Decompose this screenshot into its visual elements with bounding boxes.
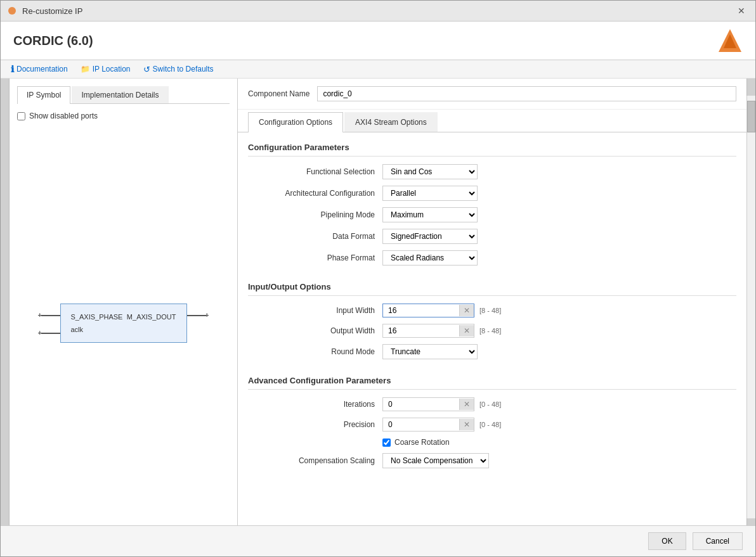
- config-params-title: Configuration Parameters: [248, 143, 736, 157]
- right-panel: Component Name Configuration Options AXI…: [238, 79, 746, 525]
- show-disabled-label: Show disabled ports: [29, 112, 98, 120]
- precision-input-container: ✕: [382, 418, 474, 432]
- tab-implementation-label: Implementation Details: [81, 91, 159, 99]
- refresh-icon: ↺: [143, 65, 150, 74]
- architectural-config-control: Parallel Word Serial: [382, 186, 478, 201]
- main-window: Re-customize IP ✕ CORDIC (6.0) ℹ Documen…: [0, 0, 756, 557]
- app-title: CORDIC (6.0): [13, 34, 93, 48]
- left-tab-bar: IP Symbol Implementation Details: [17, 86, 230, 104]
- port-aclk: aclk: [71, 326, 176, 333]
- input-width-control: ✕ [8 - 48]: [382, 304, 501, 317]
- architectural-config-dropdown[interactable]: Parallel Word Serial: [382, 186, 478, 201]
- svg-point-0: [8, 7, 16, 15]
- input-width-input[interactable]: [383, 304, 459, 317]
- tab-config-options[interactable]: Configuration Options: [248, 112, 343, 132]
- info-icon: ℹ: [11, 64, 14, 74]
- compensation-scaling-label: Compensation Scaling: [248, 456, 375, 465]
- pipelining-mode-control: Maximum Optimal None: [382, 207, 478, 222]
- compensation-scaling-row: Compensation Scaling No Scale Compensati…: [248, 453, 736, 468]
- precision-clear-btn[interactable]: ✕: [459, 419, 474, 430]
- main-content: IP Symbol Implementation Details Show di…: [1, 79, 755, 525]
- io-options-title: Input/Output Options: [248, 282, 736, 296]
- config-content: Configuration Parameters Functional Sele…: [238, 132, 746, 525]
- ok-button[interactable]: OK: [648, 532, 686, 550]
- data-format-dropdown[interactable]: SignedFraction UnsignedFraction SignedIn…: [382, 229, 478, 244]
- pipelining-mode-label: Pipelining Mode: [248, 210, 375, 219]
- output-width-row: Output Width ✕ [8 - 48]: [248, 324, 736, 338]
- functional-selection-dropdown[interactable]: Sin and Cos Cos Sin Arc Tan Square Root: [382, 164, 478, 179]
- compensation-scaling-control: No Scale Compensation Scale Compensation: [382, 453, 489, 468]
- iterations-clear-btn[interactable]: ✕: [459, 399, 474, 410]
- left-strip: [1, 79, 10, 525]
- precision-label: Precision: [248, 420, 375, 429]
- tab-axi4-stream[interactable]: AXI4 Stream Options: [344, 112, 438, 132]
- pipelining-mode-row: Pipelining Mode Maximum Optimal None: [248, 207, 736, 222]
- tab-ip-symbol[interactable]: IP Symbol: [17, 86, 70, 104]
- input-width-clear-btn[interactable]: ✕: [459, 305, 474, 316]
- port-aclk-label: aclk: [71, 326, 84, 333]
- tab-implementation[interactable]: Implementation Details: [72, 86, 168, 103]
- show-disabled-row: Show disabled ports: [17, 112, 230, 120]
- iterations-control: ✕ [0 - 48]: [382, 397, 501, 411]
- coarse-rotation-row: Coarse Rotation: [382, 438, 736, 447]
- input-width-label: Input Width: [248, 306, 375, 315]
- documentation-label: Documentation: [16, 65, 68, 74]
- ip-location-label: IP Location: [93, 65, 131, 74]
- input-width-row: Input Width ✕ [8 - 48]: [248, 304, 736, 317]
- component-name-input[interactable]: [317, 86, 736, 101]
- iterations-row: Iterations ✕ [0 - 48]: [248, 397, 736, 411]
- header-area: CORDIC (6.0): [1, 22, 755, 60]
- left-panel: IP Symbol Implementation Details Show di…: [10, 79, 238, 525]
- cancel-button[interactable]: Cancel: [693, 532, 743, 550]
- output-width-input-container: ✕: [382, 324, 474, 338]
- iterations-label: Iterations: [248, 400, 375, 409]
- phase-format-dropdown[interactable]: Scaled Radians Degrees Radians: [382, 250, 478, 266]
- ip-symbol-canvas: + + + S_AXIS_PHASE M_AXIS_DOUT: [17, 128, 230, 518]
- switch-to-defaults-label: Switch to Defaults: [153, 65, 214, 74]
- component-name-row: Component Name: [238, 79, 746, 110]
- output-width-clear-btn[interactable]: ✕: [459, 325, 474, 336]
- tab-axi4-label: AXI4 Stream Options: [355, 118, 427, 127]
- precision-control: ✕ [0 - 48]: [382, 418, 501, 432]
- bottom-bar: OK Cancel: [1, 525, 755, 556]
- show-disabled-checkbox[interactable]: [17, 112, 25, 120]
- functional-selection-row: Functional Selection Sin and Cos Cos Sin…: [248, 164, 736, 179]
- tab-ip-symbol-label: IP Symbol: [27, 91, 61, 99]
- toolbar: ℹ Documentation 📁 IP Location ↺ Switch t…: [1, 60, 755, 79]
- close-button[interactable]: ✕: [734, 4, 749, 17]
- precision-input[interactable]: [383, 418, 459, 431]
- iterations-range: [0 - 48]: [479, 400, 501, 408]
- coarse-rotation-checkbox[interactable]: [382, 439, 391, 447]
- port-m-axis: M_AXIS_DOUT: [127, 313, 176, 321]
- port-row-top: S_AXIS_PHASE M_AXIS_DOUT: [71, 311, 176, 323]
- app-icon: [7, 6, 17, 16]
- iterations-input[interactable]: [383, 398, 459, 411]
- architectural-config-row: Architectural Configuration Parallel Wor…: [248, 186, 736, 201]
- port-m-axis-label: M_AXIS_DOUT: [127, 313, 176, 321]
- data-format-label: Data Format: [248, 232, 375, 241]
- ip-symbol-box: S_AXIS_PHASE M_AXIS_DOUT aclk: [60, 304, 187, 343]
- phase-format-row: Phase Format Scaled Radians Degrees Radi…: [248, 250, 736, 266]
- functional-selection-label: Functional Selection: [248, 167, 375, 176]
- output-width-label: Output Width: [248, 326, 375, 335]
- title-bar: Re-customize IP ✕: [1, 1, 755, 22]
- iterations-input-container: ✕: [382, 397, 474, 411]
- switch-to-defaults-link[interactable]: ↺ Switch to Defaults: [143, 65, 214, 74]
- pipelining-mode-dropdown[interactable]: Maximum Optimal None: [382, 207, 478, 222]
- output-width-input[interactable]: [383, 324, 459, 337]
- port-s-axis: S_AXIS_PHASE: [71, 313, 123, 321]
- architectural-config-label: Architectural Configuration: [248, 189, 375, 198]
- functional-selection-control: Sin and Cos Cos Sin Arc Tan Square Root: [382, 164, 478, 179]
- ip-location-link[interactable]: 📁 IP Location: [81, 65, 131, 74]
- documentation-link[interactable]: ℹ Documentation: [11, 64, 68, 74]
- data-format-control: SignedFraction UnsignedFraction SignedIn…: [382, 229, 478, 244]
- window-title: Re-customize IP: [22, 6, 82, 16]
- round-mode-dropdown[interactable]: Truncate Round_Pos_Inf Round_Zero Round_…: [382, 344, 478, 359]
- output-width-control: ✕ [8 - 48]: [382, 324, 501, 338]
- round-mode-row: Round Mode Truncate Round_Pos_Inf Round_…: [248, 344, 736, 359]
- data-format-row: Data Format SignedFraction UnsignedFract…: [248, 229, 736, 244]
- compensation-scaling-dropdown[interactable]: No Scale Compensation Scale Compensation: [382, 453, 489, 468]
- component-name-label: Component Name: [248, 89, 310, 98]
- phase-format-label: Phase Format: [248, 253, 375, 262]
- logo-icon: [717, 28, 743, 53]
